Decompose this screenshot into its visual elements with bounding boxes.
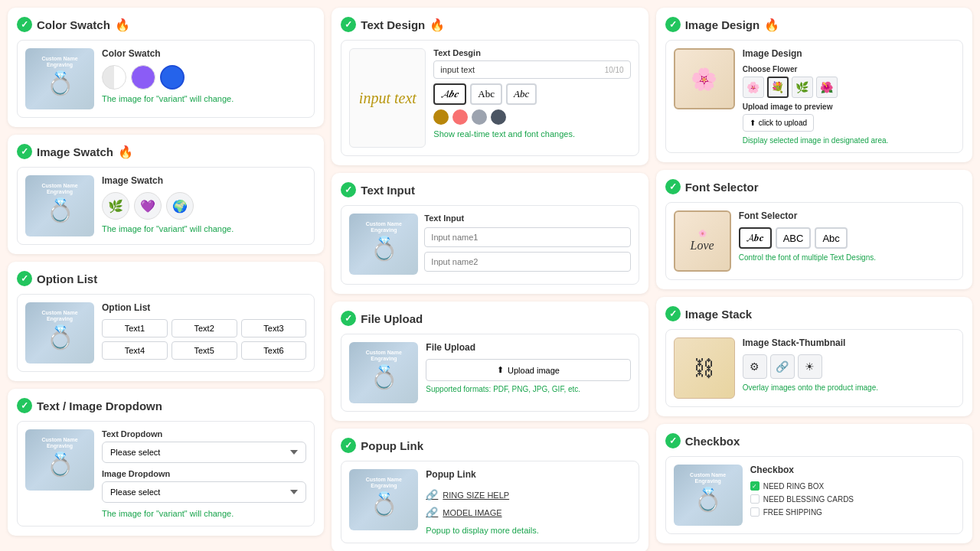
font-sel-btn-block[interactable]: ABC (776, 227, 812, 249)
text-design-card: input text Text Desgin input text 10/10 … (341, 40, 639, 156)
text-design-input-row: input text 10/10 (433, 60, 630, 79)
font-selector-preview: 🌸 Love (674, 210, 731, 272)
popup-link-ring-size-label: RING SIZE HELP (443, 491, 509, 500)
upload-image-button[interactable]: ⬆ Upload image (426, 359, 630, 381)
font-sel-btn-serif[interactable]: Abc (815, 227, 847, 249)
text-image-dropdown-product-image: Custom NameEngraving 💍 (25, 429, 94, 491)
text-design-title: Text Design (361, 18, 425, 31)
font-selector-card: 🌸 Love Font Selector 𝓐𝒃𝒄 ABC Abc Control… (665, 202, 963, 280)
color-swatch-details: Color Swatch The image for "variant" wil… (102, 48, 306, 103)
popup-link-content: Custom NameEngraving 💍 Popup Link 🔗 RING… (349, 469, 630, 535)
font-selector-buttons: 𝓐𝒃𝒄 ABC Abc (739, 227, 955, 249)
checkbox-product-image: Custom NameEngraving 💍 (674, 465, 743, 526)
image-dropdown-select[interactable]: Please select (102, 481, 306, 503)
text-input-field-2[interactable] (424, 252, 630, 272)
click-upload-label: click to upload (759, 119, 807, 127)
popup-link-section: ✓ Popup Link Custom NameEngraving 💍 Popu… (332, 429, 648, 551)
option-list-inner-title: Option List (102, 302, 306, 313)
option-btn-text2[interactable]: Text2 (172, 319, 237, 337)
text-input-field-1[interactable] (424, 227, 630, 247)
text-input-card: Custom NameEngraving 💍 Text Input (341, 205, 639, 285)
color-swatch-inner-title: Color Swatch (102, 48, 306, 59)
image-design-content: 🌸 Image Design Choose Flower 🌸 💐 🌿 🌺 Upl… (674, 48, 955, 145)
stack-thumb-2[interactable]: 🔗 (770, 354, 795, 379)
color-dot-dark[interactable] (491, 109, 506, 125)
image-swatch-product-image: Custom NameEngraving 💍 (25, 175, 94, 236)
image-stack-title: Image Stack (685, 308, 753, 321)
popup-link-model-label: MODEL IMAGE (443, 508, 501, 517)
image-swatch-item-3[interactable]: 🌍 (166, 192, 194, 220)
option-btn-text1[interactable]: Text1 (102, 319, 168, 337)
flower-thumb-2[interactable]: 💐 (767, 77, 789, 98)
flower-thumb-3[interactable]: 🌿 (792, 77, 813, 98)
color-swatch-blue[interactable] (160, 65, 185, 90)
text-dropdown-select[interactable]: Please select (102, 442, 306, 463)
image-swatch-title: Image Swatch (37, 145, 113, 158)
image-stack-overlay-note: Overlay images onto the product image. (743, 383, 955, 392)
image-design-check-icon: ✓ (665, 17, 681, 32)
font-sel-btn-script[interactable]: 𝓐𝒃𝒄 (739, 227, 772, 249)
image-design-header: ✓ Image Design 🔥 (665, 17, 963, 32)
checkbox-item-ring-box: ✓ NEED RING BOX (750, 481, 955, 491)
color-swatch-fire-icon: 🔥 (115, 18, 130, 32)
text-input-header: ✓ Text Input (341, 182, 639, 197)
popup-link-ring-size[interactable]: 🔗 RING SIZE HELP (426, 486, 630, 504)
popup-link-note: Popup to display more details. (426, 526, 630, 535)
flower-thumb-1[interactable]: 🌸 (743, 77, 764, 98)
font-btn-serif[interactable]: Abc (470, 83, 502, 105)
text-design-header: ✓ Text Design 🔥 (341, 17, 639, 32)
checkbox-content: Custom NameEngraving 💍 Checkbox ✓ NEED R… (674, 465, 955, 526)
text-image-dropdown-header: ✓ Text / Image Dropdown (17, 398, 315, 413)
stack-thumb-3[interactable]: ☀ (798, 354, 822, 379)
image-design-fire-icon: 🔥 (764, 18, 779, 32)
flower-thumbnails: 🌸 💐 🌿 🌺 (743, 77, 955, 98)
text-design-fire-icon: 🔥 (430, 18, 445, 32)
image-swatch-content: Custom NameEngraving 💍 Image Swatch 🌿 💜 … (25, 175, 306, 236)
color-dot-gray[interactable] (472, 109, 487, 125)
text-design-counter: 10/10 (605, 66, 624, 74)
option-list-content: Custom NameEngraving 💍 Option List Text1… (25, 302, 306, 364)
checkbox-details: Checkbox ✓ NEED RING BOX NEED BLESSING C… (750, 465, 955, 520)
image-swatch-items: 🌿 💜 🌍 (102, 192, 306, 220)
upload-small-icon: ⬆ (750, 119, 756, 127)
file-upload-inner-title: File Upload (426, 342, 630, 353)
text-design-font-buttons: 𝓐𝒃𝒄 Abc Abc (433, 83, 630, 105)
text-image-dropdown-variant-note: The image for "variant" will change. (102, 509, 306, 518)
file-upload-support-note: Supported formats: PDF, PNG, JPG, GIF, e… (426, 385, 630, 393)
stack-thumbnails: ⚙ 🔗 ☀ (743, 354, 955, 379)
popup-link-inner-title: Popup Link (426, 469, 630, 480)
option-list-card: Custom NameEngraving 💍 Option List Text1… (17, 294, 315, 372)
click-to-upload-button[interactable]: ⬆ click to upload (743, 114, 814, 132)
image-swatch-section: ✓ Image Swatch 🔥 Custom NameEngraving 💍 … (8, 135, 324, 254)
image-swatch-card: Custom NameEngraving 💍 Image Swatch 🌿 💜 … (17, 167, 315, 245)
option-btn-text3[interactable]: Text3 (241, 319, 307, 337)
option-list-buttons: Text1 Text2 Text3 Text4 Text5 Text6 (102, 319, 306, 360)
option-list-section: ✓ Option List Custom NameEngraving 💍 Opt… (8, 262, 324, 381)
text-design-realtime-note: Show real-time text and font changes. (433, 129, 630, 139)
font-selector-control-note: Control the font of multiple Text Design… (739, 253, 955, 262)
color-swatch-purple[interactable] (131, 65, 155, 90)
text-image-dropdown-check-icon: ✓ (17, 398, 32, 413)
flower-thumb-4[interactable]: 🌺 (816, 77, 838, 98)
text-input-section: ✓ Text Input Custom NameEngraving 💍 Text… (332, 173, 648, 294)
font-btn-thin[interactable]: Abc (506, 83, 537, 105)
checkbox-free-shipping-input[interactable] (750, 507, 760, 517)
image-swatch-item-1[interactable]: 🌿 (102, 192, 129, 220)
link-icon-2: 🔗 (426, 507, 438, 518)
option-btn-text5[interactable]: Text5 (172, 341, 237, 360)
color-dot-pink[interactable] (452, 109, 468, 125)
image-swatch-check-icon: ✓ (17, 144, 32, 159)
stack-thumb-1[interactable]: ⚙ (743, 354, 767, 379)
popup-link-model-image[interactable]: 🔗 MODEL IMAGE (426, 504, 630, 521)
option-btn-text4[interactable]: Text4 (102, 341, 168, 360)
image-swatch-item-2[interactable]: 💜 (134, 192, 162, 220)
option-list-title: Option List (37, 272, 97, 285)
font-btn-script[interactable]: 𝓐𝒃𝒄 (433, 83, 466, 105)
checkbox-header: ✓ Checkbox (665, 433, 963, 448)
color-swatch-half[interactable] (102, 65, 126, 90)
color-dot-gold[interactable] (433, 109, 449, 125)
image-stack-preview: ⛓ (674, 337, 735, 399)
checkbox-ring-box-input[interactable]: ✓ (750, 481, 760, 491)
checkbox-blessing-cards-input[interactable] (750, 494, 760, 504)
option-btn-text6[interactable]: Text6 (241, 341, 307, 360)
